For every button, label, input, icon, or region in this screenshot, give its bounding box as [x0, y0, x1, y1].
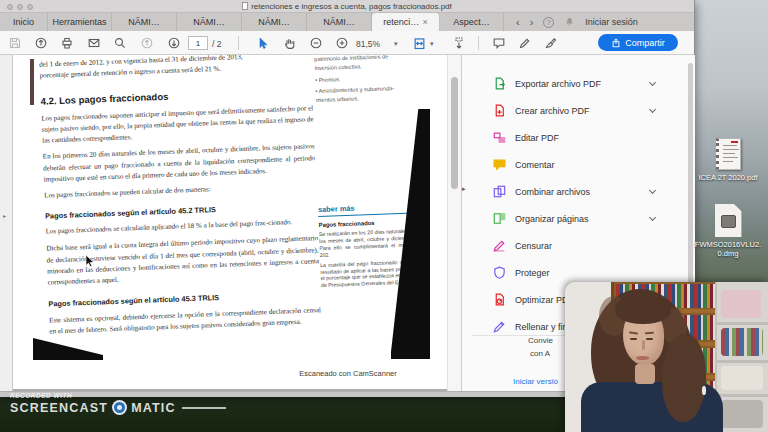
earring [702, 386, 706, 395]
sign-tool-icon[interactable] [544, 36, 558, 50]
zoom-level-label[interactable]: 81,5% [356, 39, 380, 49]
sign-in-link[interactable]: Iniciar sesión [585, 17, 638, 27]
left-nav-panel-collapsed[interactable]: ▸ [0, 55, 13, 391]
tab-retenciones-active[interactable]: retenci…× [372, 13, 440, 31]
cloud-upload-icon[interactable] [34, 36, 48, 50]
expand-nav-icon[interactable]: ▸ [3, 212, 6, 219]
page-scroll-icon[interactable] [452, 36, 466, 50]
main-text-column: del 1 de enero de 2012, y con vigencia h… [39, 55, 321, 338]
share-icon [611, 38, 621, 48]
traffic-lights[interactable] [7, 4, 33, 10]
chevron-down-icon[interactable] [649, 78, 656, 85]
tab-aspect[interactable]: Aspect… [440, 13, 504, 31]
tabbar-right-controls: ‹ › ? Iniciar sesión [516, 13, 694, 31]
create-pdf-icon [492, 104, 506, 118]
paragraph: En los primeros 20 días naturales de los… [43, 142, 316, 186]
margin-notes-column: patrimonio de instituciones de inversión… [314, 55, 408, 108]
paragraph: Los pagos fraccionados suponen anticipar… [41, 103, 314, 147]
desktop-icon-icea-pdf[interactable]: ICEA 2T 2020.pdf [690, 138, 766, 182]
pdf-page[interactable]: del 1 de enero de 2012, y con vigencia h… [13, 55, 447, 391]
mouse-cursor [85, 255, 96, 268]
search-icon[interactable] [113, 36, 127, 50]
hand-tool-icon[interactable] [283, 36, 297, 50]
edit-pdf-icon [492, 131, 506, 145]
optimize-pdf-icon [492, 293, 506, 307]
camscanner-footer: Escaneado con CamScanner [263, 369, 433, 378]
comment-icon [492, 158, 506, 172]
collapse-panel-icon[interactable]: ▸ [462, 185, 466, 193]
tab-nomi-4[interactable]: NÃMI… [307, 13, 372, 31]
disk-image-icon [715, 204, 742, 237]
organize-pages-icon [492, 212, 506, 226]
spiral-document-icon [716, 138, 741, 170]
page-total-label: / 2 [212, 39, 221, 49]
redact-icon [492, 239, 506, 253]
screencast-watermark: RECORDED WITH SCREENCAST MATIC [10, 392, 226, 415]
fit-width-icon[interactable] [412, 36, 426, 50]
fit-caret-icon[interactable]: ▾ [430, 40, 434, 48]
title-bar: retenciones e ingresos a cuenta, pagos f… [0, 0, 694, 13]
scanned-page-content: del 1 de enero de 2012, y con vigencia h… [31, 55, 445, 368]
comment-tool-icon[interactable] [492, 36, 506, 50]
tab-nomi-1[interactable]: NÃMI… [112, 13, 177, 31]
tool-organize-pages[interactable]: Organizar páginas [462, 205, 695, 232]
page-up-icon[interactable] [140, 36, 154, 50]
email-icon[interactable] [87, 36, 101, 50]
notifications-bell-icon[interactable] [564, 17, 575, 28]
margin-note: • Arrendamientos y subarrenda-mientos ur… [315, 83, 408, 105]
tool-edit-pdf[interactable]: Editar PDF [462, 124, 695, 151]
chevron-down-icon[interactable] [649, 105, 656, 112]
scrollbar-thumb[interactable] [451, 77, 458, 189]
history-back-icon[interactable]: ‹ [516, 16, 520, 28]
save-icon[interactable] [8, 36, 22, 50]
select-tool-icon[interactable] [256, 36, 270, 50]
tab-inicio[interactable]: Inicio [0, 13, 48, 31]
saber-mas-subtitle: Pagos fraccionados [319, 218, 415, 228]
paragraph: Este sistema es opcional, debiendo ejerc… [49, 305, 322, 338]
minimize-window-icon[interactable] [17, 4, 23, 10]
print-icon[interactable] [60, 36, 74, 50]
chevron-down-icon[interactable] [649, 186, 656, 193]
page-number-input[interactable]: 1 [188, 36, 208, 50]
window-title: retenciones e ingresos a cuenta, pagos f… [242, 2, 452, 11]
margin-note: patrimonio de instituciones de inversión… [314, 55, 407, 74]
fill-sign-icon [492, 320, 506, 334]
saber-mas-title: saber más [318, 201, 414, 217]
protect-icon [492, 266, 506, 280]
scan-black-edge [391, 351, 430, 359]
person-hair-curl [662, 334, 706, 422]
tool-create-pdf[interactable]: Crear archivo PDF [462, 97, 695, 124]
export-pdf-icon [492, 77, 506, 91]
zoom-caret-icon[interactable]: ▾ [394, 40, 398, 48]
maximize-window-icon[interactable] [27, 4, 33, 10]
tool-comment[interactable]: Comentar [462, 151, 695, 178]
pencil-tool-icon[interactable] [518, 36, 532, 50]
share-button[interactable]: Compartir [598, 34, 678, 51]
webcam-overlay [565, 282, 768, 432]
desktop-icon-fwmso-dmg[interactable]: FWMSO2016VLU2. 0.dmg [690, 204, 766, 258]
document-scrollbar[interactable] [447, 55, 461, 391]
chevron-down-icon[interactable] [649, 213, 656, 220]
tab-nomi-2[interactable]: NÃMI… [177, 13, 242, 31]
help-icon[interactable]: ? [543, 17, 554, 28]
saber-mas-text: Se realizarán en los 20 días naturales d… [319, 227, 416, 258]
page-down-icon[interactable] [167, 36, 181, 50]
combine-files-icon [492, 185, 506, 199]
zoom-out-icon[interactable] [309, 36, 323, 50]
tool-redact[interactable]: Censurar [462, 232, 695, 259]
tool-export-pdf[interactable]: Exportar archivo PDF [462, 70, 695, 97]
tool-combine-files[interactable]: Combinar archivos [462, 178, 695, 205]
tab-nomi-3[interactable]: NÃMI… [242, 13, 307, 31]
close-tab-icon[interactable]: × [422, 17, 427, 27]
start-trial-link[interactable]: Iniciar versió [513, 377, 558, 386]
history-forward-icon[interactable]: › [530, 16, 534, 28]
close-window-icon[interactable] [7, 4, 13, 10]
zoom-in-icon[interactable] [335, 36, 349, 50]
screencast-o-matic-logo-icon [112, 400, 127, 415]
section-heading: 4.2. Los pagos fraccionados [40, 85, 312, 106]
pdf-file-icon [242, 2, 248, 10]
tab-herramientas[interactable]: Herramientas [48, 13, 112, 31]
